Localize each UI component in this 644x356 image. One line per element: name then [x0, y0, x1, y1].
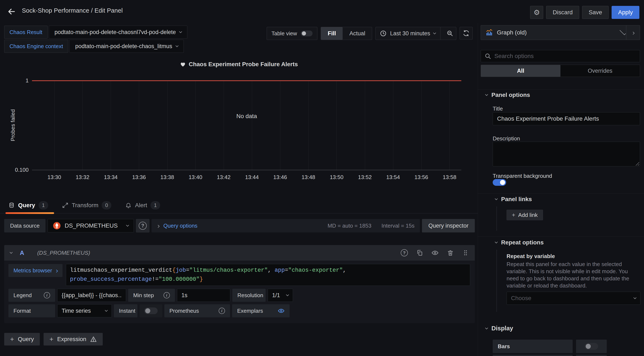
- panel-description-textarea[interactable]: [493, 142, 640, 167]
- panel-header[interactable]: Chaos Experiment Probe Failure Alerts: [4, 61, 474, 68]
- options-filter-tabs: All Overrides: [481, 65, 640, 77]
- plus-icon: +: [512, 212, 515, 218]
- tab-label: Transform: [72, 202, 98, 209]
- refresh-button[interactable]: [460, 27, 473, 39]
- min-step-input[interactable]: [177, 289, 230, 302]
- transparent-background-switch[interactable]: [493, 179, 506, 186]
- duplicate-query-button[interactable]: [416, 249, 423, 256]
- add-query-button[interactable]: + Query: [4, 333, 40, 346]
- x-tick-label: 13:56: [414, 174, 428, 180]
- drag-handle[interactable]: [462, 249, 469, 256]
- expr-segment-brace: }: [200, 276, 203, 282]
- info-glyph: i: [46, 293, 47, 298]
- chevron-right-icon: [55, 270, 58, 273]
- clock-icon: [380, 30, 386, 37]
- y-tick-label: 1: [26, 77, 28, 84]
- query-options-toggle[interactable]: Query options: [163, 222, 198, 229]
- copy-icon: [416, 249, 423, 256]
- fill-option[interactable]: Fill: [321, 27, 342, 40]
- variable-label: Chaos Result: [4, 26, 48, 39]
- x-tick-label: 13:42: [217, 174, 230, 180]
- variable-value-dropdown[interactable]: podtato-main-pod-delete-chaos_litmus: [70, 40, 184, 53]
- actual-option[interactable]: Actual: [342, 27, 372, 40]
- bars-toggle-box: [576, 340, 607, 353]
- legend-input[interactable]: [57, 289, 126, 302]
- query-row-actions: ?: [401, 249, 469, 256]
- metrics-browser-button[interactable]: Metrics browser: [8, 264, 62, 277]
- query-expression[interactable]: litmuschaos_experiment_verdict{job="litm…: [66, 264, 470, 286]
- x-tick-label: 13:38: [160, 174, 174, 180]
- panel-settings-button[interactable]: ⚙: [530, 6, 543, 19]
- save-button[interactable]: Save: [582, 6, 609, 19]
- tab-label: Query: [18, 202, 35, 209]
- plot-area[interactable]: 1 0.100 Probes failed No data 13:3013:32…: [32, 81, 461, 170]
- variable-value-dropdown[interactable]: podtato-main-pod-delete-chaosnl7vd-pod-d…: [49, 26, 187, 39]
- query-help-button[interactable]: ?: [401, 249, 408, 256]
- collapse-options-button[interactable]: [626, 25, 640, 40]
- tab-transform[interactable]: Transform 0: [62, 197, 112, 213]
- exemplars-eye-icon[interactable]: [278, 308, 284, 314]
- search-options-input[interactable]: [481, 50, 640, 62]
- heart-icon: [180, 61, 186, 67]
- delete-query-button[interactable]: [447, 249, 454, 256]
- expr-segment-metric: litmuschaos_experiment_verdict: [70, 267, 172, 273]
- query-row-body: Metrics browser litmuschaos_experiment_v…: [4, 261, 475, 323]
- toggle-query-visibility-button[interactable]: [432, 249, 438, 256]
- section-divider: [478, 193, 644, 193]
- bars-label-text: Bars: [498, 343, 510, 350]
- repeat-by-variable-label: Repeat by variable: [506, 253, 555, 260]
- repeat-options-heading[interactable]: Repeat options: [495, 239, 544, 246]
- info-icon: i: [44, 292, 50, 298]
- tab-alert[interactable]: Alert 1: [125, 197, 160, 213]
- main-pane: Chaos Result podtato-main-pod-delete-cha…: [0, 0, 478, 356]
- fill-actual-segmented: Fill Actual: [321, 27, 372, 40]
- x-tick-label: 13:54: [386, 174, 400, 180]
- gridline: [308, 81, 308, 170]
- datasource-row: Data source DS_PROMETHEUS ? Query option…: [4, 219, 475, 232]
- query-ref-id: A: [20, 249, 24, 256]
- expr-segment-string: "chaos-exporter": [288, 267, 342, 273]
- filter-tab-overrides[interactable]: Overrides: [560, 65, 640, 77]
- visualization-name: Graph (old): [497, 29, 527, 36]
- add-expression-button[interactable]: + Expression: [44, 333, 103, 346]
- datasource-help-button[interactable]: ?: [136, 219, 150, 232]
- table-view-switch[interactable]: [301, 30, 312, 36]
- expr-segment-string: "100.000000": [159, 276, 200, 282]
- indent-guide: [496, 206, 497, 231]
- resolution-select[interactable]: 1/1: [268, 289, 293, 302]
- add-query-label: Query: [18, 336, 34, 343]
- panel-title-input[interactable]: [493, 112, 640, 125]
- tab-query[interactable]: Query 1: [8, 197, 48, 213]
- datasource-picker[interactable]: DS_PROMETHEUS: [48, 219, 134, 232]
- query-options-row-1: Legend i Min step i Resolution 1/1: [8, 289, 470, 302]
- format-select[interactable]: Time series: [57, 304, 112, 317]
- time-range-label[interactable]: Last 30 minutes: [390, 30, 430, 37]
- panel-options-heading[interactable]: Panel options: [486, 92, 530, 98]
- display-heading[interactable]: Display: [486, 325, 513, 332]
- visualization-picker[interactable]: Graph (old): [481, 25, 640, 40]
- gridline: [336, 81, 337, 170]
- panel-links-heading[interactable]: Panel links: [495, 196, 532, 202]
- zoom-out-button[interactable]: [444, 27, 456, 40]
- y-axis-label: Probes failed: [10, 109, 16, 141]
- instant-switch[interactable]: [144, 308, 158, 314]
- tab-count-badge: 1: [150, 201, 160, 209]
- apply-button[interactable]: Apply: [612, 6, 639, 19]
- alert-threshold-line: [32, 80, 461, 81]
- variable-chaos-engine-context: Chaos Engine context podtato-main-pod-de…: [4, 40, 187, 53]
- topbar-actions: ⚙ Discard Save Apply: [530, 6, 639, 19]
- filter-tab-all[interactable]: All: [481, 65, 560, 77]
- chevron-down-icon: [433, 31, 436, 34]
- gear-icon: ⚙: [534, 8, 540, 17]
- indent-guide: [496, 250, 497, 312]
- query-row-header[interactable]: A (DS_PROMETHEUS) ?: [4, 245, 475, 261]
- add-link-button[interactable]: + Add link: [506, 210, 543, 220]
- description-label: Description: [493, 135, 520, 142]
- repeat-variable-select[interactable]: Choose: [506, 292, 640, 305]
- query-inspector-button[interactable]: Query inspector: [422, 219, 475, 232]
- chevron-right-icon: [156, 225, 160, 228]
- discard-button[interactable]: Discard: [546, 6, 579, 19]
- bars-switch[interactable]: [585, 343, 598, 350]
- repeat-description: Repeat this panel for each value in the …: [506, 261, 640, 289]
- info-glyph: i: [221, 309, 222, 313]
